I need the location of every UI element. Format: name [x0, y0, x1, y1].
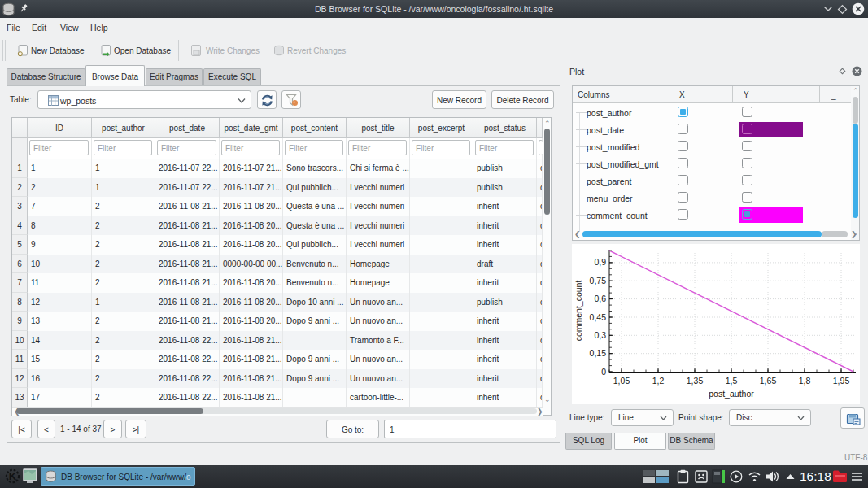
svg-text:1,5: 1,5: [726, 376, 738, 386]
svg-text:K: K: [9, 470, 17, 482]
svg-text:1,8: 1,8: [799, 376, 811, 386]
svg-text:0,9: 0,9: [594, 257, 606, 267]
svg-text:comment_count: comment_count: [574, 281, 583, 342]
svg-text:1,2: 1,2: [652, 376, 665, 386]
svg-text:0,3: 0,3: [594, 330, 606, 340]
svg-text:1,65: 1,65: [760, 376, 777, 386]
svg-text:post_author: post_author: [709, 389, 754, 399]
svg-text:1,35: 1,35: [687, 376, 704, 386]
svg-text:0,45: 0,45: [590, 312, 607, 322]
svg-text:0,75: 0,75: [590, 276, 607, 285]
svg-text:1,05: 1,05: [613, 376, 630, 386]
svg-text:0,6: 0,6: [594, 294, 606, 303]
svg-text:0: 0: [601, 367, 606, 377]
svg-text:0,15: 0,15: [590, 348, 607, 358]
svg-text:1,95: 1,95: [833, 376, 850, 386]
